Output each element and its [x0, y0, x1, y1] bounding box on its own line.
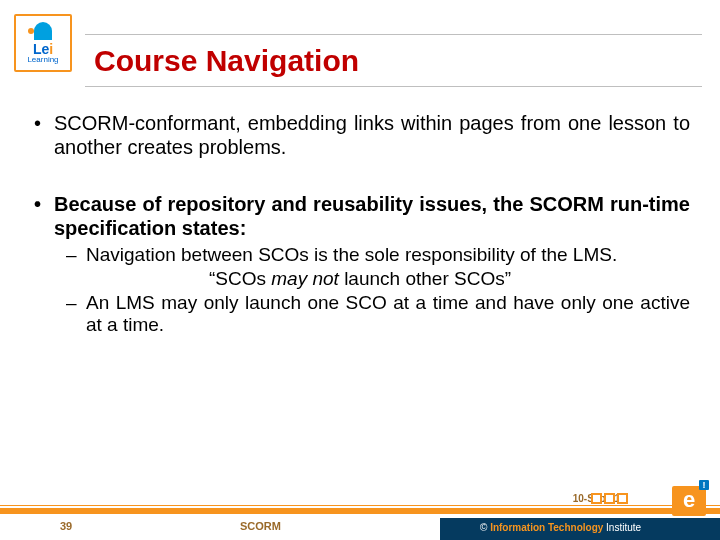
copy-it: Information Technology	[490, 522, 603, 533]
bullet-2-quote: “SCOs may not launch other SCOs”	[30, 268, 690, 290]
footer-bar	[0, 508, 720, 514]
bullet-1: SCORM-conformant, embedding links within…	[30, 112, 690, 159]
slide-title: Course Navigation	[94, 44, 359, 78]
slide-body: SCORM-conformant, embedding links within…	[30, 112, 690, 338]
footer-logo: e	[636, 486, 706, 534]
brand-sub: Learning	[27, 56, 58, 64]
page-number: 39	[60, 520, 72, 532]
title-rule-top	[85, 34, 702, 35]
footer-copyright: © Information Technology Institute	[480, 522, 641, 533]
bullet-2-head: Because of repository and reusability is…	[30, 193, 690, 240]
brand-logo: Lei Learning	[14, 14, 72, 72]
footer-title: SCORM	[240, 520, 281, 532]
quote-open: “SCOs	[209, 268, 271, 289]
copy-symbol: ©	[480, 522, 490, 533]
bullet-2-sub-1: Navigation between SCOs is the sole resp…	[30, 244, 690, 266]
quote-em: may not	[271, 268, 339, 289]
quote-close: launch other SCOs”	[339, 268, 511, 289]
runner-icon	[34, 22, 52, 40]
title-rule-bottom	[85, 86, 702, 87]
bullet-2-sub-2: An LMS may only launch one SCO at a time…	[30, 292, 690, 336]
e-icon: e	[672, 486, 706, 516]
slide: Lei Learning Course Navigation SCORM-con…	[0, 0, 720, 540]
brand-logo-inner: Lei Learning	[27, 22, 58, 64]
footer-squares	[591, 493, 628, 504]
